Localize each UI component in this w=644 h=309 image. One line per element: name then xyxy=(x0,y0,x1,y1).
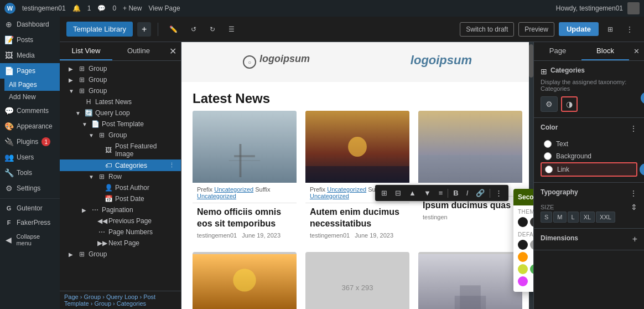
post-category-1[interactable]: Uncategorized xyxy=(214,186,253,193)
sidebar-item-gutentor[interactable]: G Gutentor xyxy=(0,201,60,215)
tree-item-latest-news[interactable]: H Latest News xyxy=(60,96,181,107)
block-tab[interactable]: Block xyxy=(581,42,629,60)
transform-button[interactable]: ⊞ xyxy=(378,187,390,199)
tree-item-page-numbers[interactable]: ⋯ Page Numbers xyxy=(60,226,181,238)
background-color-option[interactable]: Background xyxy=(541,150,637,162)
sidebar-item-posts[interactable]: 📝 Posts xyxy=(0,32,60,48)
svg-point-10 xyxy=(233,269,256,291)
size-xl[interactable]: XL xyxy=(580,212,595,223)
style-toggle-button[interactable]: ◑ xyxy=(561,96,578,112)
color-section: Color ⋮ Text Background Link xyxy=(534,118,644,183)
media-icon: 🖼 xyxy=(4,51,13,60)
tree-item-group-2[interactable]: ▶ ⊞ Group xyxy=(60,74,181,85)
tree-item-group-1[interactable]: ▶ ⊞ Group xyxy=(60,63,181,74)
switch-to-draft-button[interactable]: Switch to draft xyxy=(460,22,514,37)
menu-button[interactable]: ☰ xyxy=(224,23,239,35)
color-options-button[interactable]: ⋮ xyxy=(630,124,637,133)
redo-button[interactable]: ↻ xyxy=(205,23,220,35)
swatch-d1[interactable] xyxy=(518,240,528,250)
text-color-option[interactable]: Text xyxy=(541,138,637,150)
move-up-button[interactable]: ▲ xyxy=(406,187,419,199)
post-suffix-category-1[interactable]: Uncategorized xyxy=(197,193,236,199)
scrollbar-thumb[interactable] xyxy=(529,44,533,78)
dimensions-add-button[interactable]: + xyxy=(632,234,637,244)
swatch-dark[interactable] xyxy=(530,217,533,227)
tree-item-row[interactable]: ▼ ⊞ Row xyxy=(60,171,181,182)
preview-button[interactable]: Preview xyxy=(518,22,554,37)
tree-item-post-author[interactable]: 👤 Post Author xyxy=(60,182,181,193)
breadcrumb-group-2[interactable]: Group xyxy=(94,300,111,307)
breadcrumb-categories[interactable]: Categories xyxy=(117,300,146,307)
breadcrumb-page[interactable]: Page xyxy=(64,293,79,300)
sidebar-item-collapse[interactable]: ◀ Collapse menu xyxy=(0,230,60,250)
link-button[interactable]: 🔗 xyxy=(473,187,487,199)
post-category-2[interactable]: Uncategorized xyxy=(327,186,366,193)
settings-style-button[interactable]: ⚙ xyxy=(541,96,558,112)
right-panel-close[interactable]: ✕ xyxy=(629,44,644,59)
move-down-button[interactable]: ▼ xyxy=(421,187,434,199)
tree-item-group-last[interactable]: ▶ ⊞ Group xyxy=(60,249,181,260)
sidebar-item-settings[interactable]: ⚙ Settings xyxy=(0,181,60,196)
size-m[interactable]: M xyxy=(553,212,566,223)
sidebar-item-plugins[interactable]: 🔌 Plugins 1 xyxy=(0,134,60,150)
swatch-d12[interactable] xyxy=(518,276,528,286)
tree-item-next-page[interactable]: ▶▶ Next Page xyxy=(60,238,181,249)
swatch-d8[interactable] xyxy=(530,264,533,274)
sidebar-item-all-pages[interactable]: All Pages xyxy=(4,79,60,91)
tree-item-inner-group[interactable]: ▼ ⊞ Group xyxy=(60,130,181,141)
tree-item-categories[interactable]: 🏷 Categories ⋮ 1 xyxy=(60,159,181,171)
tree-item-post-date[interactable]: 📅 Post Date xyxy=(60,193,181,204)
swatch-d2[interactable] xyxy=(530,240,533,250)
sidebar-item-fakerpress[interactable]: F FakerPress xyxy=(0,215,60,230)
size-l[interactable]: L xyxy=(568,212,579,223)
size-adjust-button[interactable]: ⇕ xyxy=(631,203,637,212)
tree-action-options[interactable]: ⋮ xyxy=(167,161,176,169)
sidebar-item-dashboard[interactable]: ⊕ Dashboard xyxy=(0,17,60,32)
sidebar-item-users[interactable]: 👥 Users xyxy=(0,150,60,165)
bold-button[interactable]: B xyxy=(450,187,461,199)
sidebar-item-comments[interactable]: 💬 Comments xyxy=(0,103,60,119)
menu-divider xyxy=(0,198,60,199)
canvas-scroll[interactable]: ○ logoipsum logoipsum Latest News xyxy=(181,42,533,309)
update-button[interactable]: Update xyxy=(559,22,599,36)
new-label[interactable]: + New xyxy=(123,4,142,12)
sidebar-item-media[interactable]: 🖼 Media xyxy=(0,48,60,63)
settings-toggle-button[interactable]: ⊞ xyxy=(603,23,617,35)
editor-container: Template Library + ✏️ ↺ ↻ ☰ Switch to dr… xyxy=(60,17,644,309)
list-view-tab[interactable]: List View xyxy=(60,42,112,60)
sidebar-item-add-new[interactable]: Add New xyxy=(4,91,60,103)
more-options-button[interactable]: ⋮ xyxy=(622,23,637,35)
breadcrumb-group[interactable]: Group xyxy=(84,293,101,300)
breadcrumb-query-loop[interactable]: Query Loop xyxy=(106,293,138,300)
link-color-option[interactable]: Link 3 xyxy=(541,162,637,177)
italic-button[interactable]: I xyxy=(464,187,471,199)
brush-button[interactable]: ✏️ xyxy=(165,23,182,35)
size-xxl[interactable]: XXL xyxy=(596,212,615,223)
sidebar-item-pages[interactable]: 📄 Pages xyxy=(0,63,60,79)
sidebar-item-tools[interactable]: 🔧 Tools xyxy=(0,165,60,181)
align-left-button[interactable]: ≡ xyxy=(436,187,446,199)
site-name[interactable]: testingemen01 xyxy=(22,4,66,12)
undo-button[interactable]: ↺ xyxy=(186,23,201,35)
swatch-d6[interactable] xyxy=(518,252,528,262)
sidebar-item-appearance[interactable]: 🎨 Appearance xyxy=(0,119,60,134)
size-s[interactable]: S xyxy=(541,212,552,223)
template-library-button[interactable]: Template Library xyxy=(66,22,133,37)
tree-item-post-featured-image[interactable]: 🖼 Post Featured Image xyxy=(60,141,181,159)
swatch-d7[interactable] xyxy=(518,264,528,274)
view-page-label[interactable]: View Page xyxy=(148,4,180,12)
swatch-black[interactable] xyxy=(518,217,528,227)
tree-item-prev-page[interactable]: ◀◀ Previous Page xyxy=(60,215,181,226)
panel-close-button[interactable]: ✕ xyxy=(165,43,181,60)
page-tab[interactable]: Page xyxy=(534,42,581,60)
tree-item-pagination[interactable]: ▶ ⋯ Pagination xyxy=(60,204,181,215)
typography-options-button[interactable]: ⋮ xyxy=(630,189,637,198)
add-block-button[interactable]: + xyxy=(137,22,151,37)
outline-tab[interactable]: Outline xyxy=(112,42,165,60)
tree-item-post-template[interactable]: ▼ 📄 Post Template xyxy=(60,119,181,130)
tree-item-query-loop[interactable]: ▼ 🔄 Query Loop xyxy=(60,107,181,119)
more-format-button[interactable]: ⋮ xyxy=(492,187,505,199)
tree-item-group-3[interactable]: ▼ ⊞ Group xyxy=(60,85,181,96)
post-suffix-category-2[interactable]: Uncategorized xyxy=(310,193,349,199)
align-button[interactable]: ⊟ xyxy=(392,187,404,199)
